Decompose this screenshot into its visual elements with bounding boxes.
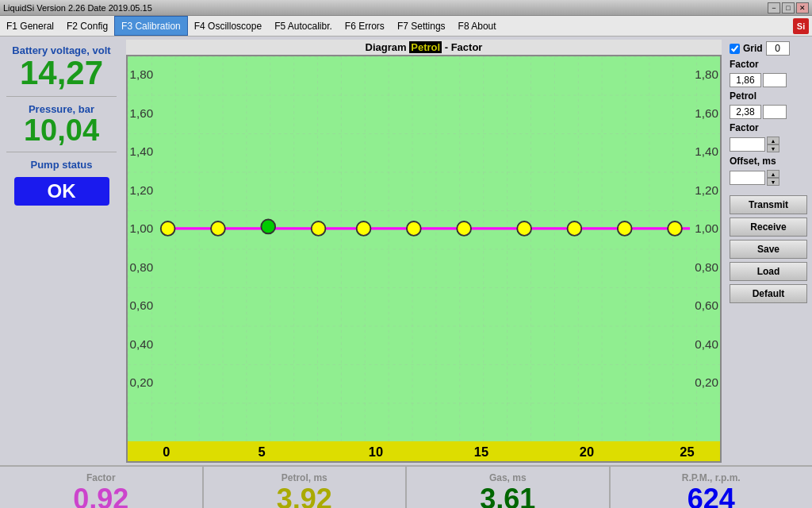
factor-spinner: ▲ ▼ [767, 137, 779, 152]
factor-input-row-2: 0,93 ▲ ▼ [730, 137, 807, 152]
pressure-block: Pressure, bar 10,04 [6, 103, 117, 145]
menu-f4-oscilloscope[interactable]: F4 Oscilloscope [188, 16, 268, 36]
grid-checkbox[interactable] [730, 44, 740, 54]
svg-text:0,20: 0,20 [130, 375, 154, 389]
svg-rect-5 [128, 56, 720, 441]
svg-text:10: 10 [369, 444, 383, 460]
maximize-button[interactable]: □ [782, 2, 795, 13]
svg-text:0,20: 0,20 [695, 375, 718, 389]
main-area: Battery voltage, volt 14,27 Pressure, ba… [0, 37, 812, 465]
pump-ok-badge: OK [14, 177, 109, 206]
rpm-cell-label: R.P.M., r.p.m. [682, 472, 741, 483]
svg-text:0,60: 0,60 [130, 298, 154, 312]
menu-f8-about[interactable]: F8 About [452, 16, 503, 36]
svg-text:1,00: 1,00 [130, 221, 154, 235]
svg-point-38 [517, 221, 531, 236]
svg-point-31 [161, 221, 175, 236]
menu-f1-general[interactable]: F1 General [0, 16, 60, 36]
svg-text:1,60: 1,60 [130, 106, 154, 120]
svg-text:1,40: 1,40 [695, 144, 718, 158]
factor-spin-down[interactable]: ▼ [767, 144, 779, 152]
battery-block: Battery voltage, volt 14,27 [6, 44, 117, 90]
svg-point-34 [312, 221, 326, 236]
svg-text:0: 0 [163, 444, 170, 460]
transmit-button[interactable]: Transmit [730, 195, 807, 214]
menu-f5-autocalibr[interactable]: F5 Autocalibr. [268, 16, 339, 36]
svg-point-32 [211, 221, 225, 236]
menu-f7-settings[interactable]: F7 Settings [391, 16, 452, 36]
svg-text:0,80: 0,80 [130, 260, 154, 273]
receive-button[interactable]: Receive [730, 217, 807, 237]
divider-1 [6, 96, 117, 97]
menubar: F1 General F2 Config F3 Calibration F4 O… [0, 16, 812, 37]
offset-input[interactable]: -0,20 [730, 171, 765, 185]
factor-label-2: Factor [730, 122, 807, 133]
gas-cell-label: Gas, ms [489, 472, 527, 483]
svg-point-40 [618, 221, 632, 236]
menu-f2-config[interactable]: F2 Config [60, 16, 114, 36]
svg-text:20: 20 [580, 444, 594, 460]
svg-text:5: 5 [259, 444, 266, 460]
menu-f6-errors[interactable]: F6 Errors [339, 16, 391, 36]
left-panel: Battery voltage, volt 14,27 Pressure, ba… [0, 37, 123, 465]
chart-wrapper[interactable]: 1,80 1,60 1,40 1,20 1,00 0,80 0,60 0,40 … [126, 55, 722, 463]
petrol-label: Petrol [730, 90, 807, 102]
grid-label: Grid [743, 43, 763, 54]
svg-text:1,20: 1,20 [695, 183, 718, 196]
offset-spinner: ▲ ▼ [767, 170, 779, 186]
close-button[interactable]: ✕ [796, 2, 809, 13]
right-panel: Grid 0 Factor 1,86 0 Petrol 2,38 0 Facto… [725, 37, 812, 465]
grid-value: 0 [766, 41, 790, 56]
rpm-cell: R.P.M., r.p.m. 624 [611, 467, 813, 508]
default-button[interactable]: Default [730, 284, 807, 303]
svg-point-39 [568, 221, 582, 236]
pump-status-label: Pump status [30, 159, 92, 171]
svg-text:1,20: 1,20 [130, 183, 154, 196]
rpm-cell-value: 624 [688, 483, 735, 508]
offset-label: Offset, ms [730, 156, 807, 167]
svg-text:25: 25 [680, 444, 694, 460]
factor-cell-label: Factor [86, 472, 116, 483]
menu-f3-calibration[interactable]: F3 Calibration [114, 16, 188, 36]
factor-cell-value: 0,92 [73, 483, 128, 508]
titlebar: LiquidSi Version 2.26 Date 2019.05.15 − … [0, 0, 812, 16]
petrol-input[interactable]: 0 [763, 105, 787, 119]
svg-text:0,80: 0,80 [695, 260, 718, 273]
chart-area: Diagram Petrol - Factor [123, 37, 725, 465]
chart-svg: 1,80 1,60 1,40 1,20 1,00 0,80 0,60 0,40 … [128, 56, 720, 461]
petrol-cell: Petrol, ms 3,92 [204, 467, 408, 508]
gas-cell-value: 3,61 [480, 483, 535, 508]
save-button[interactable]: Save [730, 240, 807, 259]
factor-spin-up[interactable]: ▲ [767, 137, 779, 144]
offset-spin-up[interactable]: ▲ [767, 170, 779, 178]
grid-row: Grid 0 [730, 41, 807, 56]
svg-text:0,60: 0,60 [695, 298, 718, 312]
svg-text:1,80: 1,80 [130, 67, 154, 81]
load-button[interactable]: Load [730, 262, 807, 281]
svg-text:0,40: 0,40 [130, 337, 154, 350]
offset-input-row: -0,20 ▲ ▼ [730, 170, 807, 186]
petrol-cell-value: 3,92 [277, 483, 332, 508]
svg-text:1,60: 1,60 [695, 106, 718, 120]
factor-label-1: Factor [730, 59, 807, 70]
petrol-cell-label: Petrol, ms [282, 472, 327, 483]
chart-fuel-label: Petrol [409, 41, 442, 53]
svg-point-36 [407, 221, 421, 236]
svg-point-37 [457, 221, 471, 236]
offset-spin-down[interactable]: ▼ [767, 178, 779, 186]
gas-cell: Gas, ms 3,61 [407, 467, 611, 508]
data-strip: Factor 0,92 Petrol, ms 3,92 Gas, ms 3,61… [0, 465, 812, 508]
factor-display-1: 1,86 [730, 73, 761, 87]
svg-point-33 [261, 219, 275, 233]
factor-cell: Factor 0,92 [0, 467, 204, 508]
factor-input-1[interactable]: 0 [763, 73, 787, 87]
svg-text:0,40: 0,40 [695, 337, 718, 350]
titlebar-controls: − □ ✕ [768, 2, 809, 13]
svg-point-41 [668, 221, 682, 236]
factor-input-2[interactable]: 0,93 [730, 137, 765, 152]
si-logo: Si [793, 18, 809, 34]
chart-title: Diagram Petrol - Factor [126, 40, 722, 55]
svg-text:1,80: 1,80 [695, 67, 718, 81]
minimize-button[interactable]: − [768, 2, 780, 13]
svg-text:1,40: 1,40 [130, 144, 154, 158]
